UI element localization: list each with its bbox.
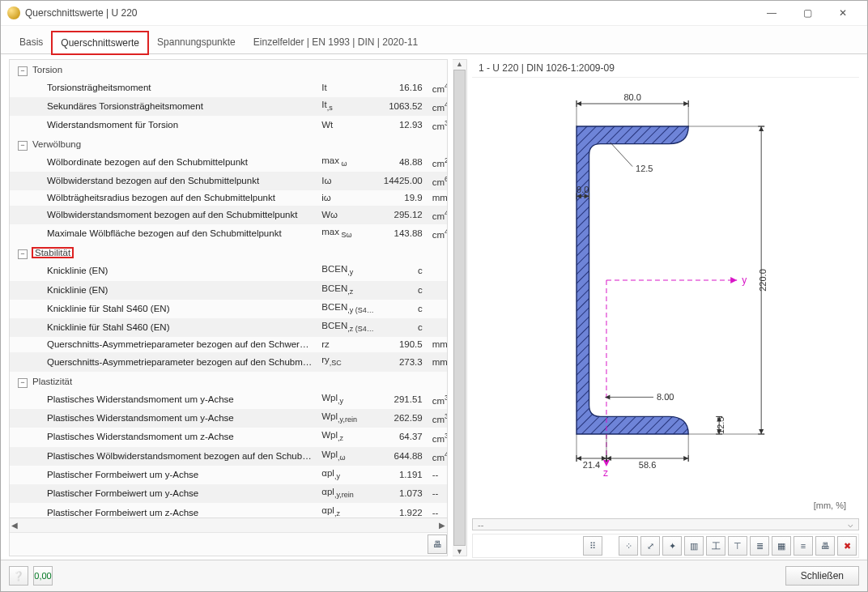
scale-icon[interactable]: ⤢ <box>640 536 660 556</box>
export-table-icon[interactable]: 🖶 <box>428 535 447 554</box>
reset-icon[interactable]: ✖ <box>837 536 857 556</box>
svg-marker-33 <box>605 394 610 399</box>
result-selector-value: -- <box>478 520 483 530</box>
property-unit: -- <box>428 466 447 484</box>
grid-points-icon[interactable]: ⁘ <box>619 536 638 556</box>
group-torsion[interactable]: −Torsion <box>10 60 447 79</box>
property-value: 143.88 <box>379 224 428 243</box>
property-name: Torsionsträgheitsmoment <box>10 79 317 97</box>
print-icon[interactable]: 🖶 <box>815 536 835 556</box>
property-row[interactable]: Knicklinie (EN)BCEN,zc <box>10 281 447 300</box>
preview-title: 1 - U 220 | DIN 1026-1:2009-09 <box>472 59 859 78</box>
collapse-toggle[interactable]: − <box>18 249 28 259</box>
property-name: Plastisches Wölbwiderstandsmoment bezoge… <box>10 447 317 466</box>
property-row[interactable]: Plastischer Formbeiwert um y-Achseαpl,y1… <box>10 466 447 484</box>
tab-basis[interactable]: Basis <box>11 31 52 53</box>
property-value: 12.93 <box>379 116 428 134</box>
collapse-toggle[interactable]: − <box>18 66 28 76</box>
property-value: c <box>379 318 428 337</box>
property-symbol: αpl,y <box>317 466 378 484</box>
property-row[interactable]: Wölbwiderstandsmoment bezogen auf den Sc… <box>10 206 447 224</box>
tab-querschnittswerte[interactable]: Querschnittswerte <box>52 32 148 54</box>
property-name: Widerstandsmoment für Torsion <box>10 116 317 134</box>
property-unit: cm4 <box>428 206 447 224</box>
tab-bar: BasisQuerschnittswerteSpannungspunkteEin… <box>1 26 867 54</box>
section-t-icon[interactable]: ⊤ <box>728 536 747 556</box>
property-row[interactable]: Widerstandsmoment für TorsionWt12.93cm3 <box>10 116 447 134</box>
property-value: 1.922 <box>379 503 428 517</box>
property-unit: -- <box>428 503 447 517</box>
property-unit: mm <box>428 337 447 352</box>
section-i-icon[interactable]: 工 <box>706 536 725 556</box>
horizontal-scrollbar[interactable]: ◀▶ <box>10 517 447 532</box>
property-row[interactable]: Plastisches Widerstandsmoment um z-Achse… <box>10 428 447 446</box>
collapse-toggle[interactable]: − <box>18 141 28 151</box>
property-name: Wölbwiderstandsmoment bezogen auf den Sc… <box>10 206 317 224</box>
group-stabilität[interactable]: −Stabilität <box>10 243 447 262</box>
property-row[interactable]: Knicklinie für Stahl S460 (EN)BCEN,z (S4… <box>10 318 447 337</box>
svg-text:z: z <box>603 467 608 479</box>
tab-spannungspunkte[interactable]: Spannungspunkte <box>148 31 245 53</box>
property-symbol: αpl,z <box>317 503 378 517</box>
section-stress-icon[interactable]: ▥ <box>684 536 704 556</box>
property-value: c <box>379 262 428 280</box>
property-symbol: Wt <box>317 116 378 134</box>
property-symbol: Wpl,z <box>317 428 378 446</box>
window-maximize-button[interactable]: ▢ <box>789 2 825 24</box>
property-unit: cm4 <box>428 224 447 243</box>
property-unit <box>428 300 447 318</box>
svg-line-24 <box>610 143 632 167</box>
property-row[interactable]: Plastisches Wölbwiderstandsmoment bezoge… <box>10 447 447 466</box>
property-row[interactable]: Plastischer Formbeiwert um z-Achseαpl,z1… <box>10 503 447 517</box>
property-symbol: BCEN,y <box>317 262 378 280</box>
property-unit: cm4 <box>428 97 447 116</box>
group-verwölbung[interactable]: −Verwölbung <box>10 134 447 153</box>
svg-marker-20 <box>759 429 764 434</box>
properties-tree[interactable]: −TorsionTorsionsträgheitsmomentIt16.16cm… <box>10 60 447 517</box>
property-row[interactable]: Plastisches Widerstandsmoment um y-Achse… <box>10 390 447 409</box>
vertical-scrollbar[interactable]: ▲▼ <box>453 59 467 556</box>
property-value: 1.191 <box>379 466 428 484</box>
svg-text:y: y <box>742 275 747 286</box>
property-value: 48.88 <box>379 153 428 172</box>
property-row[interactable]: TorsionsträgheitsmomentIt16.16cm4 <box>10 79 447 97</box>
property-name: Knicklinie (EN) <box>10 262 317 280</box>
result-selector[interactable]: -- ⌵ <box>472 518 859 530</box>
property-row[interactable]: Wölbordinate bezogen auf den Schubmittel… <box>10 153 447 172</box>
property-row[interactable]: Plastisches Widerstandsmoment um y-Achse… <box>10 409 447 428</box>
collapse-toggle[interactable]: − <box>18 378 28 388</box>
property-row[interactable]: Wölbwiderstand bezogen auf den Schubmitt… <box>10 172 447 190</box>
property-value: 19.9 <box>379 190 428 206</box>
property-row[interactable]: Sekundäres TorsionsträgheitsmomentIt,s10… <box>10 97 447 116</box>
units-settings-icon[interactable]: 0,00 <box>33 566 53 586</box>
property-value: 291.51 <box>379 390 428 409</box>
property-symbol: BCEN,y (S4… <box>317 300 378 318</box>
property-value: 14425.00 <box>379 172 428 190</box>
grid-icon[interactable]: ▦ <box>772 536 791 556</box>
group-plastizität[interactable]: −Plastizität <box>10 372 447 390</box>
property-symbol: ry,SC <box>317 352 378 371</box>
window-minimize-button[interactable]: — <box>754 2 789 24</box>
property-unit <box>428 281 447 300</box>
property-row[interactable]: Plastischer Formbeiwert um y-Achseαpl,y,… <box>10 484 447 503</box>
help-icon[interactable]: ❔ <box>9 566 28 586</box>
list-icon[interactable]: ≡ <box>794 536 813 556</box>
dims-toggle-icon[interactable]: ≣ <box>750 536 769 556</box>
axes-icon[interactable]: ✦ <box>662 536 682 556</box>
svg-marker-44 <box>577 456 581 461</box>
window-close-button[interactable]: ✕ <box>825 2 861 24</box>
property-unit: cm3 <box>428 390 447 409</box>
property-row[interactable]: Knicklinie (EN)BCEN,yc <box>10 262 447 280</box>
property-symbol: It <box>317 79 378 97</box>
property-row[interactable]: Knicklinie für Stahl S460 (EN)BCEN,y (S4… <box>10 300 447 318</box>
property-value: 273.3 <box>379 352 428 371</box>
property-row[interactable]: Maximale Wölbfläche bezogen auf den Schu… <box>10 224 447 243</box>
close-button[interactable]: Schließen <box>785 566 859 586</box>
tab-einzelfelder-en-1993-din-2020-11[interactable]: Einzelfelder | EN 1993 | DIN | 2020-11 <box>245 31 427 53</box>
section-canvas[interactable]: yz80.0220.012.59.08.0012.521.458.6 [mm, … <box>472 78 859 515</box>
property-row[interactable]: Querschnitts-Asymmetrieparameter bezogen… <box>10 337 447 352</box>
property-row[interactable]: Wölbträgheitsradius bezogen auf den Schu… <box>10 190 447 206</box>
property-row[interactable]: Querschnitts-Asymmetrieparameter bezogen… <box>10 352 447 371</box>
window-title: Querschnittswerte | U 220 <box>25 7 754 19</box>
view-options-icon[interactable]: ⠿ <box>583 536 602 556</box>
